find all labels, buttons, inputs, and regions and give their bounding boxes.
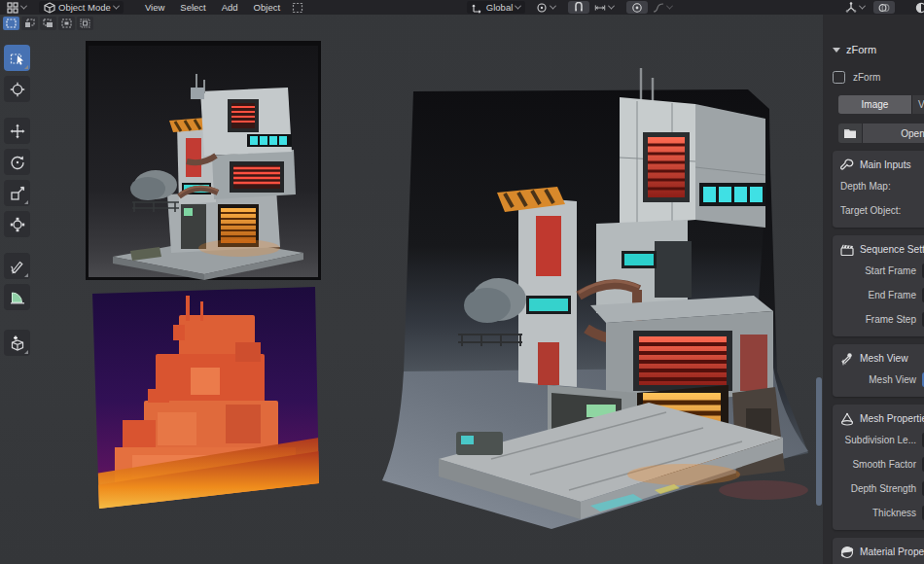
chevron-down-icon [666,3,673,10]
select-mode-subtract[interactable] [40,17,56,30]
panel-scrollbar[interactable] [816,377,822,506]
select-extend-icon [24,18,35,28]
section-title: Mesh Properties [860,413,924,424]
section-sequence-header[interactable]: Sequence Settings [840,242,924,257]
move-icon [10,123,25,139]
clapperboard-icon [840,243,854,257]
section-main-inputs-header[interactable]: Main Inputs [840,158,924,172]
tool-rotate[interactable] [4,149,30,175]
dashed-box-icon[interactable] [292,2,303,14]
tool-add-cube[interactable] [4,330,30,356]
select-mode-row [3,17,93,30]
panel-title: zForm [846,44,876,55]
tool-cursor[interactable] [4,76,30,102]
proportional-falloff-selector[interactable] [648,1,677,14]
field-end-frame: End Frame [840,285,924,305]
chevron-down-icon [608,3,615,10]
pivot-point-selector[interactable] [531,1,560,14]
orientation-icon [472,2,483,14]
menu-add[interactable]: Add [214,1,246,14]
zform-panel: zForm zForm Image Video Open [823,15,924,564]
source-tabs: Image Video [838,95,924,114]
tool-transform[interactable] [4,211,30,237]
snap-target-selector[interactable] [589,1,619,14]
zform-panel-header[interactable]: zForm [833,43,924,56]
browse-folder-button[interactable] [838,123,863,143]
select-mode-extend[interactable] [21,17,38,30]
section-mesh-properties-header[interactable]: Mesh Properties [840,411,924,426]
field-label: Thickness [840,508,922,518]
section-material-properties-header[interactable]: Material Properties [840,545,924,559]
select-mode-invert[interactable] [58,17,75,30]
magnet-icon [573,2,585,14]
depth-map-plane[interactable] [89,284,319,517]
field-label: Smooth Factor [840,459,922,470]
tool-annotate[interactable] [4,253,30,279]
editor-type-icon [7,2,18,14]
field-depth-map: Depth Map: [840,176,924,196]
field-depth-strength: Depth Strength [840,478,924,499]
select-set-icon [6,18,17,28]
mesh-preview[interactable] [345,51,812,551]
shading-sphere-icon [915,2,924,14]
proportional-edit-icon [631,2,643,14]
particles-icon [840,352,854,366]
zform-enable-row: zForm [833,69,924,85]
proportional-editing-toggle[interactable] [626,1,648,14]
field-subdivision-level: Subdivision Le... [840,430,924,450]
chevron-down-icon [859,3,866,10]
zform-checkbox-label: zForm [853,72,880,83]
show-gizmo-toggle[interactable] [840,1,870,14]
field-frame-step: Frame Step [840,309,924,330]
add-cube-icon [10,335,25,351]
menu-select[interactable]: Select [172,1,213,14]
object-mode-icon [44,2,55,14]
chevron-down-icon [515,3,521,10]
editor-type-button[interactable] [2,1,31,14]
field-start-frame: Start Frame [840,261,924,281]
field-thickness: Thickness [840,503,924,523]
material-sphere-icon [840,546,854,559]
transform-orientation-selector[interactable]: Global [467,1,525,14]
tool-select-box[interactable] [4,45,30,71]
section-mesh-properties: Mesh Properties Subdivision Le... Smooth… [833,405,924,530]
gizmo-icon [845,2,857,14]
select-mode-set[interactable] [3,17,19,30]
falloff-curve-icon [653,2,664,14]
menu-object[interactable]: Object [246,1,288,14]
cone-icon [840,412,854,426]
mode-selector[interactable]: Object Mode [39,1,124,14]
tab-image[interactable]: Image [838,95,912,114]
transform-icon [10,217,25,232]
snap-toggle[interactable] [568,1,589,14]
field-label: Mesh View [840,374,922,385]
cursor-icon [10,82,25,97]
field-smooth-factor: Smooth Factor [840,454,924,475]
tool-measure[interactable] [4,284,30,310]
tool-scale[interactable] [4,180,30,206]
field-label: End Frame [840,290,922,300]
zform-checkbox[interactable] [833,71,845,84]
viewport-shading-selector[interactable] [910,1,924,14]
collapse-triangle-icon [833,48,840,53]
field-label: Depth Map: [840,181,891,192]
menu-view[interactable]: View [137,1,172,14]
open-button[interactable]: Open [863,123,924,143]
viewport-header: Object Mode View Select Add Object Globa… [0,0,924,15]
scale-icon [10,186,25,201]
select-mode-intersect[interactable] [77,17,93,30]
tool-move[interactable] [4,118,30,144]
section-mesh-view-header[interactable]: Mesh View [840,351,924,366]
open-button-label: Open [901,128,924,139]
reference-image-plane[interactable] [86,41,321,280]
section-title: Sequence Settings [860,244,924,255]
measure-protractor-icon [10,290,25,305]
wrench-icon [840,159,854,172]
chevron-down-icon [550,3,556,10]
tab-video[interactable]: Video [912,95,924,114]
field-target-object: Target Object: [840,200,924,221]
section-material-properties: Material Properties Metallic [833,538,924,564]
field-mesh-view: Mesh View [840,370,924,390]
show-overlays-toggle[interactable] [873,1,895,14]
field-label: Depth Strength [840,483,922,494]
